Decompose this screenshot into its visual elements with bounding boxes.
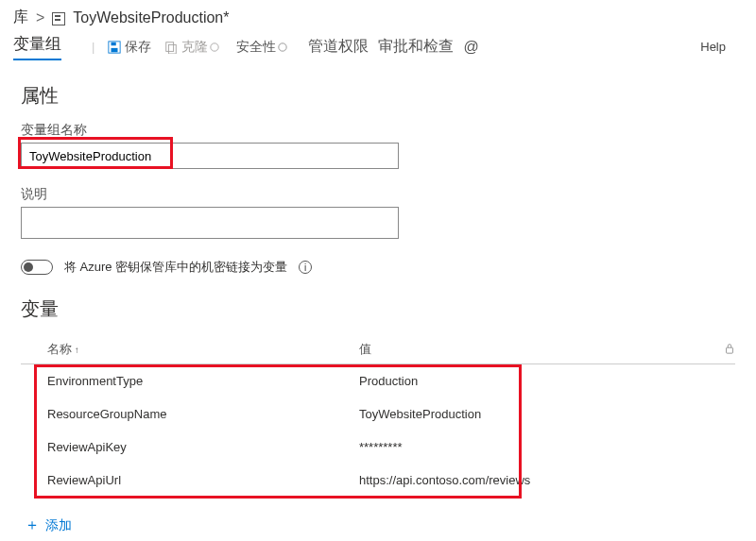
- variable-group-icon: [52, 12, 65, 25]
- variables-body: EnvironmentType Production ResourceGroup…: [21, 364, 735, 502]
- var-value[interactable]: Production: [359, 374, 735, 388]
- breadcrumb-root[interactable]: 库: [13, 8, 28, 27]
- help-link[interactable]: Help: [700, 40, 726, 54]
- at-icon: @: [463, 39, 478, 56]
- svg-rect-4: [169, 44, 177, 54]
- save-label: 保存: [125, 39, 151, 56]
- svg-point-5: [211, 42, 218, 50]
- security-label: 安全性: [236, 39, 276, 56]
- lock-icon: [210, 40, 223, 55]
- var-value[interactable]: *********: [359, 440, 735, 454]
- save-button[interactable]: 保存: [108, 39, 151, 56]
- var-value[interactable]: ToyWebsiteProduction: [359, 407, 735, 421]
- add-variable-button[interactable]: ＋ 添加: [21, 502, 72, 535]
- breadcrumb-separator: >: [36, 9, 44, 26]
- name-input[interactable]: [21, 143, 399, 169]
- table-row[interactable]: EnvironmentType Production: [21, 364, 735, 397]
- lock-icon: [278, 40, 291, 55]
- svg-rect-1: [112, 47, 118, 51]
- tab-variable-group[interactable]: 变量组: [13, 33, 61, 60]
- security-button[interactable]: 安全性: [236, 39, 291, 56]
- description-label: 说明: [21, 186, 735, 203]
- column-value-header[interactable]: 值: [359, 341, 707, 358]
- properties-heading: 属性: [21, 83, 735, 109]
- save-icon: [108, 41, 121, 54]
- description-input[interactable]: [21, 207, 399, 239]
- info-icon[interactable]: i: [299, 261, 312, 274]
- var-name[interactable]: ReviewApiUrl: [47, 473, 359, 487]
- add-label: 添加: [45, 517, 72, 534]
- svg-rect-7: [727, 347, 733, 353]
- keyvault-toggle[interactable]: [21, 260, 53, 275]
- keyvault-toggle-label: 将 Azure 密钥保管库中的机密链接为变量: [64, 259, 287, 276]
- var-name[interactable]: ResourceGroupName: [47, 407, 359, 421]
- svg-rect-3: [166, 42, 174, 51]
- var-name[interactable]: EnvironmentType: [47, 374, 359, 388]
- name-label: 变量组名称: [21, 122, 735, 139]
- var-name[interactable]: ReviewApiKey: [47, 440, 359, 454]
- variables-heading: 变量: [21, 296, 735, 322]
- column-name-header[interactable]: 名称: [47, 342, 72, 356]
- pipeline-permissions-button[interactable]: 管道权限: [308, 37, 369, 57]
- lock-icon: [724, 343, 735, 354]
- clone-button[interactable]: 克隆: [164, 39, 223, 56]
- page-title: ToyWebsiteProduction*: [73, 9, 229, 26]
- column-lock-header: [707, 343, 735, 357]
- toolbar-divider: |: [92, 40, 94, 54]
- clone-label: 克隆: [181, 39, 208, 56]
- var-value[interactable]: https://api.contoso.com/reviews: [359, 473, 735, 487]
- toolbar: 变量组 | 保存 克隆 安全性 管道权限 审批和检查 @ Help: [0, 29, 756, 66]
- breadcrumb: 库 > ToyWebsiteProduction*: [0, 0, 756, 29]
- svg-point-6: [279, 42, 286, 50]
- approvals-checks-button[interactable]: 审批和检查: [378, 37, 454, 57]
- svg-rect-2: [112, 42, 116, 45]
- plus-icon: ＋: [25, 516, 40, 535]
- table-row[interactable]: ReviewApiKey *********: [21, 431, 735, 464]
- table-row[interactable]: ResourceGroupName ToyWebsiteProduction: [21, 397, 735, 431]
- variables-header-row: 名称 ↑ 值: [21, 335, 735, 364]
- table-row[interactable]: ReviewApiUrl https://api.contoso.com/rev…: [21, 464, 735, 497]
- clone-icon: [164, 41, 178, 54]
